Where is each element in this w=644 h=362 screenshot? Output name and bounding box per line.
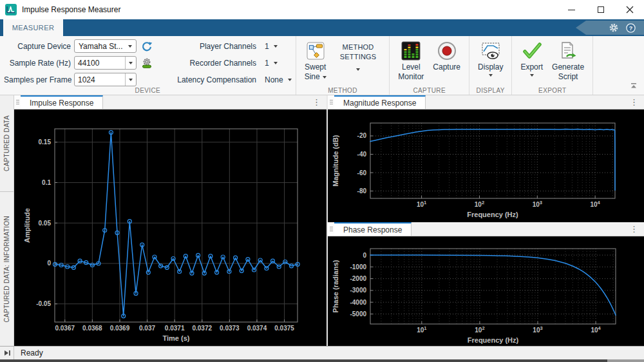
expand-panel-icon	[3, 349, 11, 357]
capture-device-label: Capture Device	[4, 42, 71, 51]
toolstrip: Capture Device Yamaha St... Sample Rate …	[0, 36, 644, 95]
sidebar-tab-captured-data-information[interactable]: CAPTURED DATA: INFORMATION	[0, 192, 14, 346]
chevron-down-icon[interactable]	[288, 79, 292, 81]
expand-panel-button[interactable]	[0, 347, 14, 359]
samples-per-frame-combo[interactable]: 1024	[74, 73, 137, 86]
settings-gear-icon[interactable]	[609, 23, 619, 33]
level-monitor-button[interactable]: Level Monitor	[393, 39, 428, 82]
swept-sine-icon	[307, 42, 325, 60]
method-section-label: METHOD	[296, 87, 390, 94]
toolstrip-filler	[593, 36, 644, 95]
main-area: CAPTURED DATA CAPTURED DATA: INFORMATION…	[0, 95, 644, 346]
panel-drag-grip-icon[interactable]	[328, 222, 334, 236]
tab-impulse-response[interactable]: Impulse Response	[21, 95, 103, 109]
svg-text:-5000: -5000	[350, 310, 366, 318]
refresh-icon	[141, 41, 153, 52]
panel-menu-icon[interactable]: ⋮	[307, 95, 327, 109]
export-check-icon	[522, 42, 542, 60]
player-channels-value[interactable]: 1	[265, 42, 269, 51]
recorder-channels-value[interactable]: 1	[265, 59, 269, 68]
minimize-button[interactable]	[557, 0, 586, 19]
tab-magnitude-response[interactable]: Magnitude Response	[334, 95, 426, 109]
svg-text:0.0374: 0.0374	[247, 325, 267, 332]
svg-text:-40: -40	[357, 151, 367, 158]
collapse-ribbon-icon	[630, 82, 638, 89]
window-bottom-edge	[0, 359, 644, 362]
panel-drag-grip-icon[interactable]	[14, 95, 21, 109]
chevron-down-icon	[128, 45, 132, 48]
section-export: Export Generate Script	[512, 36, 593, 95]
svg-text:0.0372: 0.0372	[192, 325, 212, 332]
swept-sine-button[interactable]: Swept Sine	[300, 39, 331, 82]
chevron-down-icon[interactable]	[125, 57, 136, 69]
samples-per-frame-label: Samples per Frame	[4, 75, 71, 84]
svg-text:0: 0	[47, 260, 51, 267]
maximize-button[interactable]	[586, 0, 615, 19]
impulse-response-plot[interactable]: 0.03670.03680.03690.0370.03710.03720.037…	[14, 110, 327, 346]
phase-response-panel: Phase Response ⋮ 1011021031040-1000-2000…	[328, 222, 644, 346]
svg-text:Phase (radians): Phase (radians)	[332, 260, 339, 312]
magnitude-response-plot[interactable]: 101102103104-80-60-40-20Frequency (Hz)Ma…	[328, 110, 644, 222]
svg-text:?: ?	[629, 24, 633, 31]
device-section-label: DEVICE	[0, 87, 296, 94]
svg-text:-3000: -3000	[350, 287, 366, 294]
panel-menu-icon[interactable]: ⋮	[624, 95, 644, 109]
ribbon-tab-strip: MEASURER ?	[0, 19, 644, 36]
svg-text:-1000: -1000	[350, 263, 366, 271]
tab-measurer[interactable]: MEASURER	[3, 19, 63, 36]
capture-button[interactable]: Capture	[428, 39, 465, 72]
impulse-response-panel: Impulse Response ⋮ 0.03670.03680.03690.0…	[14, 95, 327, 346]
latency-compensation-value[interactable]: None	[265, 75, 283, 84]
close-button[interactable]	[615, 0, 644, 19]
section-method: Swept Sine METHOD SETTINGS METHOD	[296, 36, 390, 95]
section-capture: Level Monitor Capture CAPTURE	[390, 36, 469, 95]
svg-text:Frequency (Hz): Frequency (Hz)	[468, 336, 519, 344]
impulse-tab-strip: Impulse Response ⋮	[14, 95, 327, 110]
minimize-icon	[568, 10, 575, 10]
display-section-label: DISPLAY	[469, 87, 511, 94]
display-button[interactable]: Display	[473, 39, 507, 77]
svg-text:0.0371: 0.0371	[165, 325, 185, 332]
window-title: Impulse Response Measurer	[22, 5, 120, 14]
collapse-ribbon-button[interactable]	[630, 80, 638, 91]
audio-device-settings-button[interactable]	[139, 55, 155, 70]
capture-device-select[interactable]: Yamaha St...	[74, 39, 137, 53]
svg-text:-0.05: -0.05	[36, 300, 51, 307]
phase-response-plot[interactable]: 1011021031040-1000-2000-3000-4000-5000Fr…	[328, 236, 644, 346]
resize-grip[interactable]	[607, 359, 644, 362]
svg-text:Time (s): Time (s)	[163, 334, 190, 342]
capture-section-label: CAPTURE	[390, 87, 469, 94]
chevron-down-icon	[530, 74, 534, 77]
sample-rate-label: Sample Rate (Hz)	[4, 59, 71, 68]
svg-text:0.0367: 0.0367	[55, 325, 75, 332]
generate-script-icon	[559, 41, 577, 61]
svg-text:-80: -80	[357, 187, 367, 195]
latency-compensation-label: Latency Compensation	[162, 75, 256, 84]
chevron-down-icon[interactable]	[125, 73, 136, 86]
refresh-devices-button[interactable]	[139, 39, 155, 53]
export-button[interactable]: Export	[516, 39, 547, 77]
svg-text:-4000: -4000	[350, 299, 366, 306]
svg-text:0.0375: 0.0375	[274, 325, 294, 332]
sidebar-tab-captured-data[interactable]: CAPTURED DATA	[0, 95, 14, 192]
svg-text:-60: -60	[357, 169, 367, 176]
svg-text:0: 0	[363, 252, 366, 259]
maximize-icon	[598, 6, 604, 13]
chevron-down-icon[interactable]	[274, 62, 278, 64]
chevron-down-icon	[323, 76, 327, 79]
section-device: Capture Device Yamaha St... Sample Rate …	[0, 36, 296, 95]
generate-script-button[interactable]: Generate Script	[547, 39, 589, 82]
chevron-down-icon[interactable]	[274, 45, 278, 48]
tab-phase-response[interactable]: Phase Response	[334, 222, 412, 236]
section-display: Display DISPLAY	[469, 36, 512, 95]
method-settings-button[interactable]: METHOD SETTINGS	[331, 39, 386, 71]
svg-text:-2000: -2000	[350, 275, 366, 282]
help-icon[interactable]: ?	[626, 23, 636, 33]
svg-text:0.05: 0.05	[39, 220, 52, 227]
display-icon	[480, 41, 501, 61]
panel-drag-grip-icon[interactable]	[328, 95, 334, 109]
chevron-down-icon	[356, 68, 360, 71]
panel-menu-icon[interactable]: ⋮	[624, 222, 644, 236]
svg-text:0.1: 0.1	[42, 179, 51, 186]
sample-rate-combo[interactable]: 44100	[74, 56, 137, 70]
